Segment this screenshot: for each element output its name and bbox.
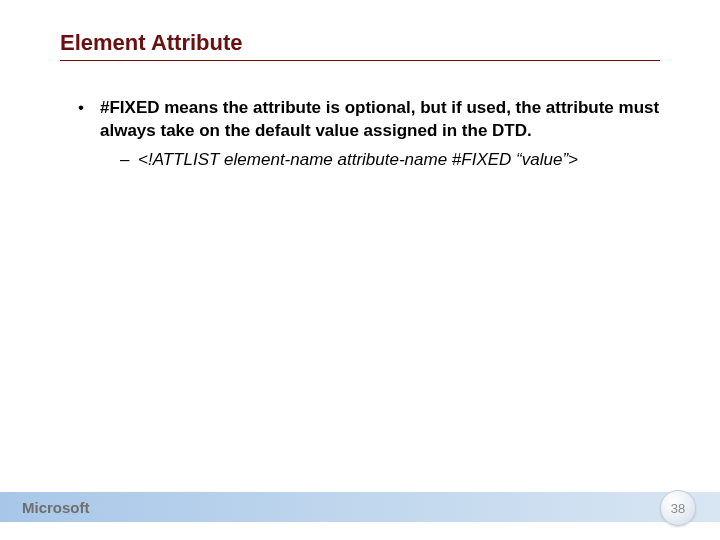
bullet-item-1: #FIXED means the attribute is optional, … xyxy=(78,97,660,172)
footer-logo: Microsoft xyxy=(22,499,90,516)
page-number-badge: 38 xyxy=(660,490,696,526)
slide: Element Attribute #FIXED means the attri… xyxy=(0,0,720,540)
sub-bullet-list: <!ATTLIST element-name attribute-name #F… xyxy=(100,149,660,172)
sub-bullet-1: <!ATTLIST element-name attribute-name #F… xyxy=(120,149,660,172)
bullet-list: #FIXED means the attribute is optional, … xyxy=(60,97,660,172)
footer-bar: Microsoft xyxy=(0,492,720,522)
bullet-1-text: #FIXED means the attribute is optional, … xyxy=(100,98,659,140)
slide-title: Element Attribute xyxy=(60,30,660,61)
